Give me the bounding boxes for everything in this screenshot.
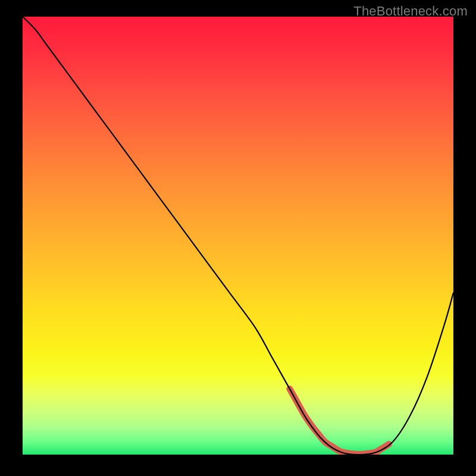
chart-plot-area: [23, 17, 453, 455]
chart-svg: [23, 17, 453, 455]
bottleneck-curve-line: [23, 17, 453, 455]
highlight-segment: [290, 389, 389, 455]
